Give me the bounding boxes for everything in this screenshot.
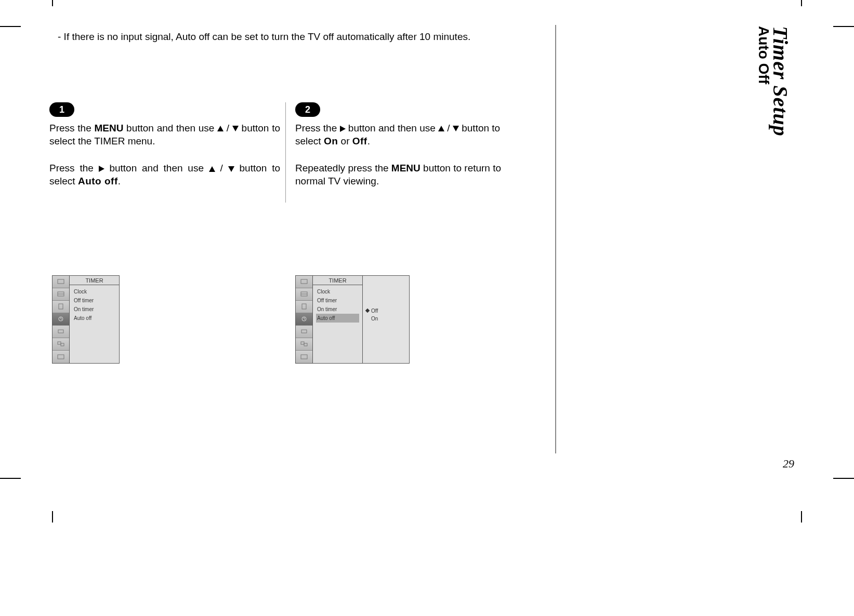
side-tab: Timer Setup Auto Off — [760, 26, 792, 218]
svg-rect-11 — [301, 279, 307, 284]
step-1-number: 1 — [49, 102, 74, 117]
osd-item-autooff: Auto off — [73, 314, 116, 323]
down-arrow-icon — [228, 166, 234, 172]
step-1-para-2: Press the button and then use / button t… — [49, 162, 280, 188]
osd-icon-timer-selected — [296, 313, 312, 326]
step-2-column: 2 Press the button and then use / button… — [286, 102, 522, 203]
svg-rect-3 — [59, 304, 63, 309]
osd-header: TIMER — [70, 276, 119, 285]
osd-icon — [52, 338, 69, 351]
osd-item-autooff-selected: Auto off — [316, 314, 359, 323]
right-arrow-icon — [99, 166, 104, 172]
osd-screenshot-2: TIMER Clock Off timer On timer Auto off … — [295, 275, 410, 364]
osd-item-ontimer: On timer — [73, 305, 116, 314]
page-number: 29 — [783, 457, 794, 471]
osd-icon — [296, 301, 312, 313]
svg-rect-0 — [58, 279, 64, 284]
svg-rect-14 — [302, 304, 306, 309]
step-2-para-2: Repeatedly press the MENU button to retu… — [295, 162, 522, 188]
step-1-column: 1 Press the MENU button and then use / b… — [49, 102, 286, 203]
up-arrow-icon — [217, 126, 224, 131]
osd-icon — [296, 276, 312, 288]
osd-icon — [296, 326, 312, 338]
osd-icon — [52, 301, 69, 313]
osd-item-clock: Clock — [316, 287, 359, 296]
osd-icon — [52, 326, 69, 338]
svg-rect-8 — [58, 342, 61, 344]
osd-option-off-selected: Off — [366, 307, 406, 315]
down-arrow-icon — [232, 126, 239, 131]
svg-line-17 — [304, 319, 305, 319]
osd-icon-timer-selected — [52, 313, 69, 326]
osd-submenu: Off On — [362, 276, 409, 363]
right-arrow-icon — [340, 126, 346, 132]
svg-rect-9 — [61, 343, 64, 346]
osd-icon — [296, 288, 312, 301]
osd-icon — [296, 338, 312, 351]
side-tab-title: Timer Setup — [768, 26, 793, 137]
osd-item-offtimer: Off timer — [316, 296, 359, 305]
osd-header: TIMER — [313, 276, 362, 285]
up-arrow-icon — [209, 166, 215, 172]
step-2-number: 2 — [295, 102, 320, 117]
svg-rect-10 — [58, 355, 64, 359]
step-1-para-1: Press the MENU button and then use / but… — [49, 122, 280, 148]
intro-text: - If there is no input signal, Auto off … — [49, 31, 805, 43]
step-2-para-1: Press the button and then use / button t… — [295, 122, 522, 148]
down-arrow-icon — [453, 126, 459, 131]
side-tab-subtitle: Auto Off — [755, 26, 772, 84]
svg-line-6 — [61, 319, 62, 319]
svg-rect-18 — [301, 330, 307, 333]
osd-item-offtimer: Off timer — [73, 296, 116, 305]
osd-item-ontimer: On timer — [316, 305, 359, 314]
osd-icon — [52, 288, 69, 301]
osd-icon — [52, 351, 69, 363]
page-content: - If there is no input signal, Auto off … — [49, 26, 805, 478]
osd-screenshot-1: TIMER Clock Off timer On timer Auto off — [52, 275, 120, 364]
svg-rect-20 — [304, 343, 307, 346]
up-arrow-icon — [438, 126, 444, 131]
osd-icon — [296, 351, 312, 363]
svg-rect-21 — [301, 355, 307, 359]
osd-icon — [52, 276, 69, 288]
osd-option-on: On — [366, 315, 406, 323]
svg-rect-19 — [301, 342, 304, 344]
svg-rect-7 — [58, 330, 63, 333]
osd-item-clock: Clock — [73, 287, 116, 296]
